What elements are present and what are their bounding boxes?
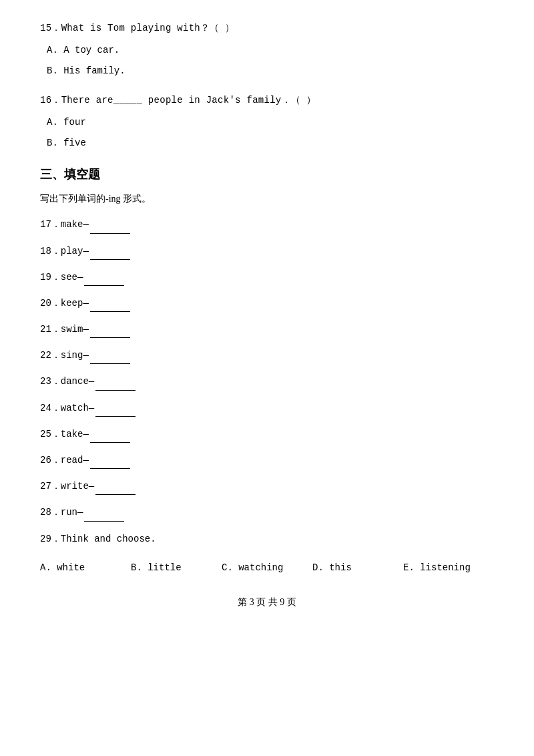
fill-19-text: 19．see—: [40, 272, 83, 282]
question-29: 29．Think and choose.: [40, 531, 494, 548]
fill-26-blank: [90, 467, 130, 469]
question-16: 16．There are_____ people in Jack's famil…: [40, 92, 494, 152]
fill-23-text: 23．dance—: [40, 376, 94, 387]
fill-item-24: 24．watch—: [40, 400, 494, 417]
fill-23-blank: [95, 389, 136, 391]
choice-c: C. watching: [222, 560, 312, 576]
fill-item-26: 26．read—: [40, 452, 494, 469]
question-15-option-b: B. His family.: [40, 63, 494, 79]
fill-item-18: 18．play—: [40, 243, 494, 260]
question-16-text: 16．There are_____ people in Jack's famil…: [40, 92, 494, 109]
fill-22-text: 22．sing—: [40, 350, 89, 361]
fill-18-blank: [90, 258, 130, 260]
fill-item-22: 22．sing—: [40, 347, 494, 364]
fill-item-20: 20．keep—: [40, 295, 494, 312]
fill-25-blank: [90, 441, 130, 443]
fill-21-text: 21．swim—: [40, 324, 89, 335]
fill-19-blank: [84, 285, 124, 286]
fill-item-27: 27．write—: [40, 478, 494, 495]
choice-e: E. listening: [403, 560, 494, 576]
question-15-option-a: A. A toy car.: [40, 42, 494, 59]
fill-item-19: 19．see—: [40, 269, 494, 286]
fill-17-text: 17．make—: [40, 219, 89, 230]
fill-item-23: 23．dance—: [40, 373, 494, 390]
section-3-title: 三、填空题: [40, 166, 494, 182]
fill-17-blank: [90, 232, 130, 234]
fill-item-28: 28．run—: [40, 504, 494, 521]
section-3-intro: 写出下列单词的-ing 形式。: [40, 190, 494, 207]
fill-20-blank: [90, 311, 130, 312]
fill-20-text: 20．keep—: [40, 298, 89, 309]
choices-row: A. white B. little C. watching D. this E…: [40, 560, 494, 576]
page-footer: 第 3 页 共 9 页: [40, 596, 494, 608]
q29-text: 29．Think and choose.: [40, 534, 156, 544]
fill-25-text: 25．take—: [40, 429, 89, 439]
fill-24-blank: [95, 415, 136, 417]
fill-27-blank: [95, 494, 136, 495]
question-16-option-b: B. five: [40, 135, 494, 152]
choice-a: A. white: [40, 560, 131, 576]
footer-text: 第 3 页 共 9 页: [238, 597, 296, 607]
fill-28-text: 28．run—: [40, 507, 83, 518]
fill-item-21: 21．swim—: [40, 321, 494, 338]
question-16-option-a: A. four: [40, 114, 494, 131]
question-15: 15．What is Tom playing with？（ ） A. A toy…: [40, 20, 494, 80]
choice-b: B. little: [131, 560, 222, 576]
fill-28-blank: [84, 520, 124, 522]
fill-18-text: 18．play—: [40, 246, 89, 256]
fill-24-text: 24．watch—: [40, 403, 94, 413]
fill-22-blank: [90, 363, 130, 364]
fill-item-17: 17．make—: [40, 216, 494, 233]
fill-item-25: 25．take—: [40, 426, 494, 443]
fill-27-text: 27．write—: [40, 481, 94, 492]
question-15-text: 15．What is Tom playing with？（ ）: [40, 20, 494, 37]
fill-26-text: 26．read—: [40, 455, 89, 465]
fill-21-blank: [90, 337, 130, 338]
choice-d: D. this: [312, 560, 403, 576]
